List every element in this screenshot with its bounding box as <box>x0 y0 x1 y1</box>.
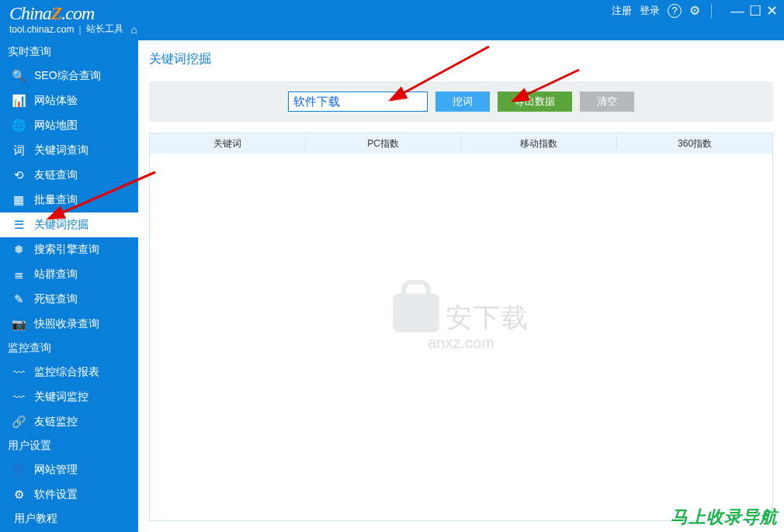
table-header-row: 关键词 PC指数 移动指数 360指数 <box>150 133 772 154</box>
sidebar-section-realtime: 实时查询 <box>0 40 138 64</box>
sidebar-item-friend[interactable]: ⟲友链查询 <box>0 163 138 188</box>
brand-logo-text1: China <box>9 3 51 23</box>
brand-block: ChinaZ.com tool.chinaz.com | 站长工具 ⌂ <box>0 0 147 36</box>
keyword-icon: 词 <box>11 143 26 158</box>
footer-brand: 马上收录导航 <box>671 506 778 529</box>
export-button[interactable]: 导出数据 <box>498 92 572 112</box>
sidebar-item-site-grp[interactable]: ≣站群查询 <box>0 262 138 287</box>
sidebar-item-label: 网站管理 <box>34 463 78 477</box>
page-title: 关键词挖掘 <box>138 40 784 81</box>
sidebar-item-label: SEO综合查询 <box>34 69 101 83</box>
main-panel: 关键词挖掘 挖词 导出数据 清空 关键词 PC指数 移动指数 360指数 安下载… <box>138 40 784 532</box>
sidebar-item-label: 关键词挖掘 <box>34 218 88 232</box>
sidebar-item-snapshot[interactable]: 📷快照收录查询 <box>0 312 138 337</box>
sidebar-item-label: 友链监控 <box>34 415 78 429</box>
login-link[interactable]: 登录 <box>640 4 660 18</box>
stack-icon: ≣ <box>11 267 26 282</box>
settings-icon[interactable]: ⚙ <box>689 3 700 18</box>
sidebar-item-seo[interactable]: 🔍SEO综合查询 <box>0 64 138 88</box>
refresh-icon: ⟲ <box>11 168 26 183</box>
watermark-en: anxz.com <box>393 333 529 351</box>
sidebar-item-mon-report[interactable]: 〰监控综合报表 <box>0 360 138 385</box>
sidebar-item-label: 死链查询 <box>34 292 78 306</box>
wave-icon: 〰 <box>11 389 26 405</box>
keyword-input[interactable] <box>288 92 428 112</box>
sidebar-item-label: 监控综合报表 <box>34 365 99 379</box>
register-link[interactable]: 注册 <box>612 4 632 18</box>
sidebar-item-label: 关键词查询 <box>34 143 88 157</box>
result-table: 关键词 PC指数 移动指数 360指数 安下载 anxz.com <box>149 133 773 521</box>
clear-button[interactable]: 清空 <box>580 92 634 112</box>
brand-sub-sep: | <box>78 24 81 35</box>
sidebar-item-label: 软件设置 <box>34 488 78 502</box>
sidebar-item-soft-cfg[interactable]: ⚙软件设置 <box>0 482 138 507</box>
window-maximize-icon[interactable]: ☐ <box>749 5 761 16</box>
sidebar-section-monitor: 监控查询 <box>0 337 138 360</box>
wave-icon: 〰 <box>11 364 26 380</box>
window-close-icon[interactable]: ✕ <box>766 5 778 16</box>
brand-sub-name: 站长工具 <box>86 22 123 36</box>
sidebar-item-label: 站群查询 <box>34 268 78 282</box>
sidebar-item-label: 关键词监控 <box>34 390 88 404</box>
globe-icon: 🌐 <box>11 118 26 133</box>
sidebar-section-user: 用户设置 <box>0 434 138 458</box>
sidebar-item-dead[interactable]: ✎死链查询 <box>0 287 138 312</box>
sidebar-item-label: 搜索引擎查询 <box>34 243 99 257</box>
brand-logo-accent: Z <box>51 3 62 23</box>
brand-logo: ChinaZ.com <box>9 3 137 24</box>
seo-icon: 🔍 <box>11 68 26 84</box>
sidebar-item-label: 网站地图 <box>34 119 78 133</box>
sidebar-item-label: 快照收录查询 <box>34 317 99 331</box>
sidebar-item-site-mgr[interactable]: 👤网站管理 <box>0 458 138 482</box>
toolbar: 挖词 导出数据 清空 <box>149 81 773 122</box>
titlebar: ChinaZ.com tool.chinaz.com | 站长工具 ⌂ 注册 登… <box>0 0 784 40</box>
brand-logo-text2: .com <box>61 3 94 23</box>
link-icon: 🔗 <box>11 414 26 430</box>
sidebar-item-label: 网站体验 <box>34 94 78 108</box>
sidebar-item-batch[interactable]: ▦批量查询 <box>0 188 138 212</box>
list-icon: ☰ <box>11 217 26 233</box>
sidebar-item-kw-query[interactable]: 词关键词查询 <box>0 138 138 163</box>
sidebar-item-kw-mine[interactable]: ☰关键词挖掘 <box>0 212 138 237</box>
sidebar-item-tutorial[interactable]: 用户教程 <box>0 507 138 530</box>
sidebar-item-se-query[interactable]: ❅搜索引擎查询 <box>0 237 138 262</box>
table-header-pc: PC指数 <box>306 137 462 150</box>
user-icon: 👤 <box>11 462 26 478</box>
title-divider <box>711 4 712 18</box>
chart-icon: 📊 <box>11 93 26 109</box>
watermark-cn: 安下载 <box>446 299 529 335</box>
brand-sub-url[interactable]: tool.chinaz.com <box>9 24 74 35</box>
sidebar-item-label: 友链查询 <box>34 168 78 182</box>
lock-icon <box>393 293 439 332</box>
table-header-360: 360指数 <box>617 137 772 150</box>
camera-icon: 📷 <box>11 316 26 332</box>
dig-button[interactable]: 挖词 <box>435 92 490 112</box>
title-actions: 注册 登录 ? ⚙ — ☐ ✕ <box>612 3 778 18</box>
sidebar-item-friend-mon[interactable]: 🔗友链监控 <box>0 409 138 434</box>
table-header-keyword: 关键词 <box>150 137 306 150</box>
sidebar-item-site-exp[interactable]: 📊网站体验 <box>0 88 138 113</box>
sidebar: 实时查询 🔍SEO综合查询 📊网站体验 🌐网站地图 词关键词查询 ⟲友链查询 ▦… <box>0 40 138 532</box>
window-minimize-icon[interactable]: — <box>730 5 744 16</box>
gear-icon: ⚙ <box>11 487 26 503</box>
help-icon[interactable]: ? <box>668 4 682 18</box>
spider-icon: ❅ <box>11 242 26 257</box>
edit-icon: ✎ <box>11 292 26 307</box>
sidebar-item-label: 批量查询 <box>34 193 78 207</box>
watermark: 安下载 anxz.com <box>393 293 529 351</box>
home-icon[interactable]: ⌂ <box>131 23 137 36</box>
table-header-mobile: 移动指数 <box>462 137 618 150</box>
grid-icon: ▦ <box>11 192 26 208</box>
sidebar-item-label: 用户教程 <box>14 512 57 526</box>
sidebar-item-sitemap[interactable]: 🌐网站地图 <box>0 113 138 138</box>
sidebar-item-kw-mon[interactable]: 〰关键词监控 <box>0 385 138 409</box>
